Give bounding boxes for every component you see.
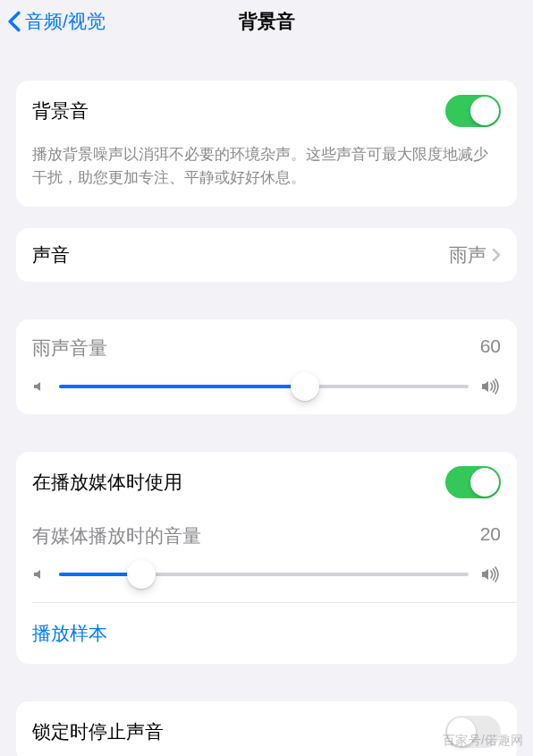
media-toggle-row: 在播放媒体时使用 [16, 452, 517, 513]
master-toggle[interactable] [445, 95, 501, 127]
sample-row[interactable]: 播放样本 [16, 603, 517, 664]
master-card: 背景音 播放背景噪声以消弭不必要的环境杂声。这些声音可最大限度地减少干扰，助您更… [16, 81, 517, 207]
master-desc: 播放背景噪声以消弭不必要的环境杂声。这些声音可最大限度地减少干扰，助您更加专注、… [16, 141, 517, 207]
sound-value: 雨声 [449, 242, 486, 268]
lock-toggle-row: 锁定时停止声音 [16, 701, 517, 756]
navbar: 音频/视觉 背景音 [0, 0, 533, 43]
master-label: 背景音 [32, 98, 445, 123]
media-volume-track[interactable] [59, 573, 469, 576]
lock-toggle[interactable] [445, 716, 501, 748]
lock-card: 锁定时停止声音 [16, 701, 517, 756]
volume-value: 60 [480, 336, 501, 361]
media-card: 在播放媒体时使用 有媒体播放时的音量 20 [16, 452, 517, 664]
media-volume-label: 有媒体播放时的音量 [32, 523, 201, 548]
back-label: 音频/视觉 [25, 9, 106, 34]
media-toggle[interactable] [445, 466, 501, 498]
sound-row[interactable]: 声音 雨声 [16, 228, 517, 282]
media-toggle-label: 在播放媒体时使用 [32, 470, 445, 495]
chevron-left-icon [7, 11, 21, 32]
volume-track[interactable] [59, 385, 469, 388]
media-volume-value: 20 [480, 523, 501, 548]
volume-card: 雨声音量 60 [16, 319, 517, 414]
volume-label: 雨声音量 [32, 336, 107, 361]
back-button[interactable]: 音频/视觉 [7, 9, 106, 34]
play-sample-link[interactable]: 播放样本 [32, 623, 107, 643]
speaker-high-icon [481, 378, 501, 395]
chevron-right-icon [492, 248, 501, 262]
speaker-low-icon [32, 379, 47, 394]
sound-card: 声音 雨声 [16, 228, 517, 282]
volume-slider[interactable] [32, 378, 501, 395]
media-volume-thumb[interactable] [127, 560, 156, 589]
volume-thumb[interactable] [291, 372, 319, 401]
lock-label: 锁定时停止声音 [32, 719, 445, 744]
master-toggle-row: 背景音 [16, 81, 517, 141]
sound-label: 声音 [32, 242, 449, 268]
media-volume-slider[interactable] [32, 566, 501, 582]
speaker-high-icon [481, 566, 501, 582]
speaker-low-icon [32, 567, 47, 582]
